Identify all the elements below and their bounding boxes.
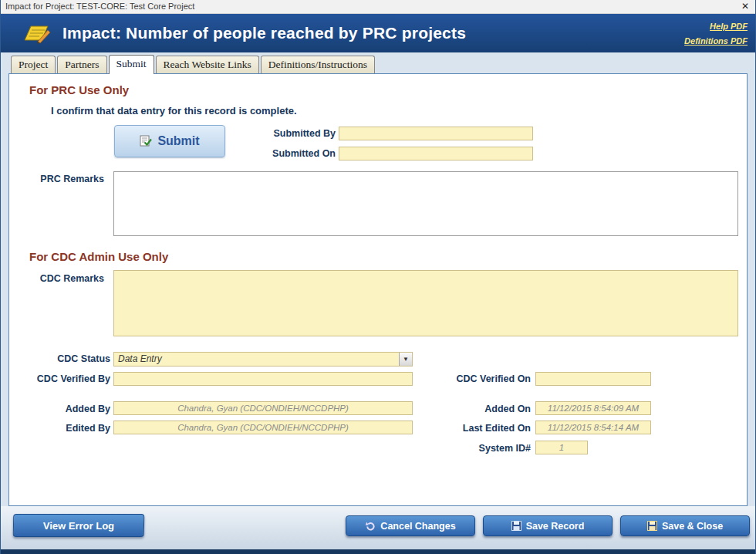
cdc-status-label: CDC Status — [17, 353, 110, 364]
help-pdf-link[interactable]: Help PDF — [710, 22, 748, 31]
header-links: Help PDF Definitions PDF — [684, 20, 748, 46]
added-on-label: Added On — [380, 404, 531, 414]
floppy-disk-icon — [647, 521, 657, 531]
tab-submit[interactable]: Submit — [109, 55, 154, 74]
undo-arrow-icon — [365, 521, 376, 532]
prc-remarks-label: PRC Remarks — [17, 174, 104, 184]
cancel-changes-button[interactable]: Cancel Changes — [346, 515, 475, 536]
floppy-disk-icon — [511, 521, 521, 531]
cdc-status-dropdown[interactable]: Data Entry ▼ — [113, 352, 413, 367]
edited-by-label: Edited By — [17, 423, 110, 434]
tab-strip: Project Partners Submit Reach Website Li… — [1, 52, 755, 73]
window-title: Impact for Project: TEST-CORE: Test Core… — [5, 2, 741, 11]
cdc-verified-by-label: CDC Verified By — [17, 373, 110, 384]
system-id-input[interactable] — [535, 441, 588, 454]
submitted-by-input[interactable] — [339, 127, 533, 140]
definitions-pdf-link[interactable]: Definitions PDF — [684, 36, 748, 46]
system-id-label: System ID# — [380, 443, 531, 454]
submitted-by-label: Submitted By — [184, 128, 336, 139]
cdc-status-value: Data Entry — [114, 353, 399, 364]
footer-bar: View Error Log Cancel Changes Save Recor… — [1, 506, 755, 549]
submitted-on-input[interactable] — [339, 147, 533, 160]
cancel-changes-label: Cancel Changes — [380, 521, 455, 532]
save-close-button[interactable]: Save & Close — [620, 515, 750, 536]
added-on-input[interactable] — [535, 401, 651, 415]
prc-section-heading: For PRC Use Only — [29, 83, 129, 96]
cdc-verified-by-input[interactable] — [113, 372, 413, 386]
prc-remarks-textarea[interactable] — [113, 171, 738, 236]
note-pencil-icon — [22, 22, 52, 44]
last-edited-on-label: Last Edited On — [380, 423, 531, 434]
form-header: Impact: Number of people reached by PRC … — [1, 14, 755, 52]
cdc-verified-on-input[interactable] — [535, 372, 651, 386]
cdc-remarks-label: CDC Remarks — [17, 273, 104, 284]
save-record-label: Save Record — [526, 521, 585, 532]
last-edited-on-input[interactable] — [535, 421, 651, 434]
tab-definitions-instructions[interactable]: Definitions/Instructions — [261, 56, 375, 73]
page-title: Impact: Number of people reached by PRC … — [62, 24, 466, 42]
added-by-label: Added By — [17, 404, 110, 414]
tab-project[interactable]: Project — [11, 56, 56, 73]
save-close-label: Save & Close — [662, 521, 723, 532]
edited-by-input[interactable] — [113, 421, 413, 434]
submitted-on-label: Submitted On — [184, 148, 336, 159]
save-record-button[interactable]: Save Record — [483, 515, 613, 536]
added-by-input[interactable] — [113, 401, 413, 415]
chevron-down-icon[interactable]: ▼ — [399, 353, 412, 366]
cdc-remarks-textarea[interactable] — [113, 270, 738, 336]
tab-partners[interactable]: Partners — [57, 56, 106, 73]
view-error-log-label: View Error Log — [43, 520, 114, 532]
view-error-log-button[interactable]: View Error Log — [13, 514, 145, 537]
tab-reach-website-links[interactable]: Reach Website Links — [156, 56, 259, 73]
cdc-verified-on-label: CDC Verified On — [380, 373, 531, 384]
cdc-section-heading: For CDC Admin Use Only — [29, 250, 168, 263]
window-bottom-edge — [1, 549, 755, 554]
form-check-icon — [140, 135, 152, 147]
impact-window: Impact for Project: TEST-CORE: Test Core… — [0, 0, 756, 554]
submit-tab-panel: For PRC Use Only I confirm that data ent… — [8, 73, 748, 506]
window-titlebar: Impact for Project: TEST-CORE: Test Core… — [1, 0, 755, 14]
close-icon[interactable]: ✕ — [741, 2, 749, 11]
confirm-statement: I confirm that data entry for this recor… — [51, 105, 297, 117]
